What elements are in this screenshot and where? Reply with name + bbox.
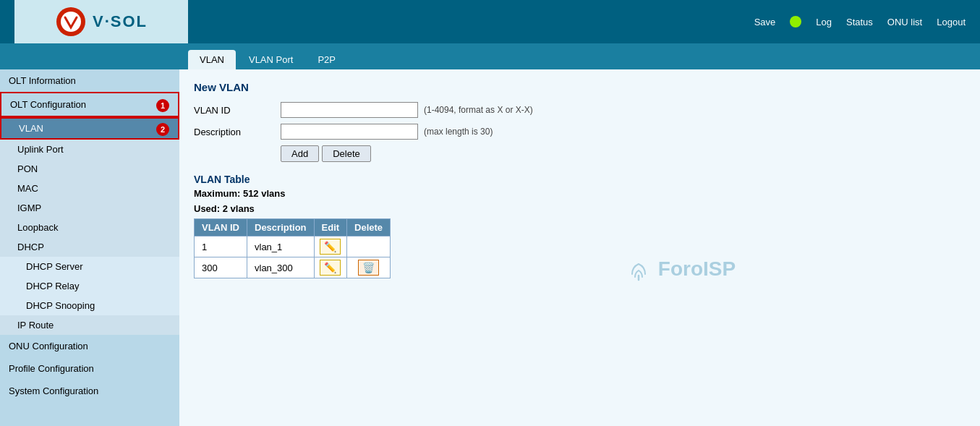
sidebar-item-dhcp-relay[interactable]: DHCP Relay bbox=[0, 276, 179, 296]
vlan-badge: 2 bbox=[156, 123, 169, 136]
row2-delete-button[interactable]: 🗑️ bbox=[358, 260, 379, 276]
description-hint: (max length is 30) bbox=[424, 127, 493, 137]
sidebar-item-dhcp[interactable]: DHCP bbox=[0, 237, 179, 257]
onu-list-link[interactable]: ONU list bbox=[887, 17, 922, 27]
form-buttons: Add Delete bbox=[281, 145, 966, 162]
vsol-logo-icon bbox=[55, 6, 87, 38]
sidebar-item-ip-route[interactable]: IP Route bbox=[0, 315, 179, 335]
sidebar-item-dhcp-server[interactable]: DHCP Server bbox=[0, 257, 179, 276]
content-area: New VLAN VLAN ID (1-4094, format as X or… bbox=[179, 69, 980, 426]
vlan-table-title: VLAN Table bbox=[194, 174, 966, 185]
sidebar-item-vlan[interactable]: VLAN 2 bbox=[0, 117, 179, 140]
status-indicator bbox=[790, 16, 801, 27]
olt-configuration-badge: 1 bbox=[156, 99, 169, 112]
vlan-id-label: VLAN ID bbox=[194, 105, 281, 116]
used-vlans: Used: 2 vlans bbox=[194, 203, 966, 214]
row1-description: vlan_1 bbox=[247, 237, 315, 257]
sidebar-item-pon[interactable]: PON bbox=[0, 159, 179, 179]
sidebar-item-mac[interactable]: MAC bbox=[0, 179, 179, 198]
col-edit: Edit bbox=[314, 219, 347, 237]
log-link[interactable]: Log bbox=[816, 17, 832, 27]
header-right: Save Log Status ONU list Logout bbox=[188, 16, 966, 27]
row1-delete-cell bbox=[347, 237, 391, 257]
vlan-table: VLAN ID Description Edit Delete 1 vlan_1… bbox=[194, 218, 391, 278]
page-title: New VLAN bbox=[194, 81, 966, 93]
description-input[interactable] bbox=[281, 124, 418, 140]
tab-bar: VLAN VLAN Port P2P bbox=[0, 43, 980, 69]
sidebar-item-igmp[interactable]: IGMP bbox=[0, 198, 179, 218]
logo-area: V·SOL bbox=[14, 0, 188, 43]
row2-description: vlan_300 bbox=[247, 257, 315, 278]
tab-vlan[interactable]: VLAN bbox=[188, 50, 236, 69]
col-description: Description bbox=[247, 219, 315, 237]
col-vlan-id: VLAN ID bbox=[195, 219, 247, 237]
sidebar-item-uplink-port[interactable]: Uplink Port bbox=[0, 140, 179, 159]
row1-edit-button[interactable]: ✏️ bbox=[320, 239, 341, 255]
save-button[interactable]: Save bbox=[754, 17, 776, 27]
watermark-text: ForoISP bbox=[658, 257, 736, 280]
tab-p2p[interactable]: P2P bbox=[306, 50, 347, 69]
max-vlans: Maximum: 512 vlans bbox=[194, 188, 966, 199]
table-row: 1 vlan_1 ✏️ bbox=[195, 237, 391, 257]
row1-vlan-id: 1 bbox=[195, 237, 247, 257]
col-delete: Delete bbox=[347, 219, 391, 237]
description-row: Description (max length is 30) bbox=[194, 124, 966, 140]
watermark-signal-icon bbox=[628, 260, 649, 281]
sidebar-item-system-configuration[interactable]: System Configuration bbox=[0, 380, 179, 402]
row2-vlan-id: 300 bbox=[195, 257, 247, 278]
row2-delete-cell: 🗑️ bbox=[347, 257, 391, 278]
logout-link[interactable]: Logout bbox=[937, 17, 966, 27]
logo-text: V·SOL bbox=[93, 12, 148, 31]
tab-vlan-port[interactable]: VLAN Port bbox=[237, 50, 304, 69]
row2-edit-cell: ✏️ bbox=[314, 257, 347, 278]
sidebar-item-profile-configuration[interactable]: Profile Configuration bbox=[0, 357, 179, 380]
row2-edit-button[interactable]: ✏️ bbox=[320, 260, 341, 276]
vlan-id-row: VLAN ID (1-4094, format as X or X-X) bbox=[194, 102, 966, 118]
sidebar-item-olt-information[interactable]: OLT Information bbox=[0, 69, 179, 92]
sidebar-item-onu-configuration[interactable]: ONU Configuration bbox=[0, 335, 179, 357]
delete-button[interactable]: Delete bbox=[322, 145, 371, 162]
vlan-id-input[interactable] bbox=[281, 102, 418, 118]
row1-edit-cell: ✏️ bbox=[314, 237, 347, 257]
watermark: ForoISP bbox=[628, 257, 736, 281]
vlan-id-hint: (1-4094, format as X or X-X) bbox=[424, 105, 533, 115]
sidebar-item-olt-configuration[interactable]: OLT Configuration 1 bbox=[0, 92, 179, 117]
description-label: Description bbox=[194, 127, 281, 137]
table-row: 300 vlan_300 ✏️ 🗑️ bbox=[195, 257, 391, 278]
add-button[interactable]: Add bbox=[281, 145, 319, 162]
sidebar: OLT Information OLT Configuration 1 VLAN… bbox=[0, 69, 179, 426]
status-link[interactable]: Status bbox=[846, 17, 873, 27]
sidebar-item-dhcp-snooping[interactable]: DHCP Snooping bbox=[0, 296, 179, 315]
sidebar-item-loopback[interactable]: Loopback bbox=[0, 218, 179, 237]
